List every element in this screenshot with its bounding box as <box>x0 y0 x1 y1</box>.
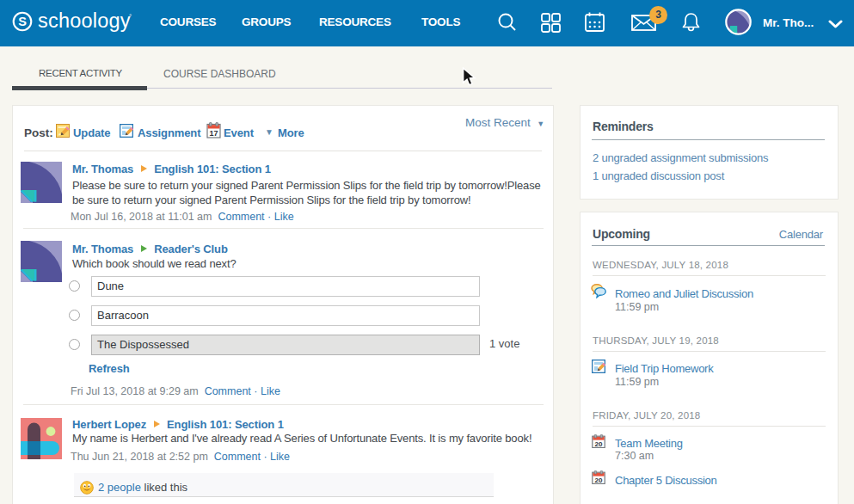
svg-text:17: 17 <box>209 129 218 138</box>
svg-text:°: ° <box>129 13 132 21</box>
svg-text:20: 20 <box>595 476 603 484</box>
svg-text:20: 20 <box>595 440 603 448</box>
svg-text:S: S <box>18 15 27 28</box>
svg-text:schoology: schoology <box>38 10 131 32</box>
